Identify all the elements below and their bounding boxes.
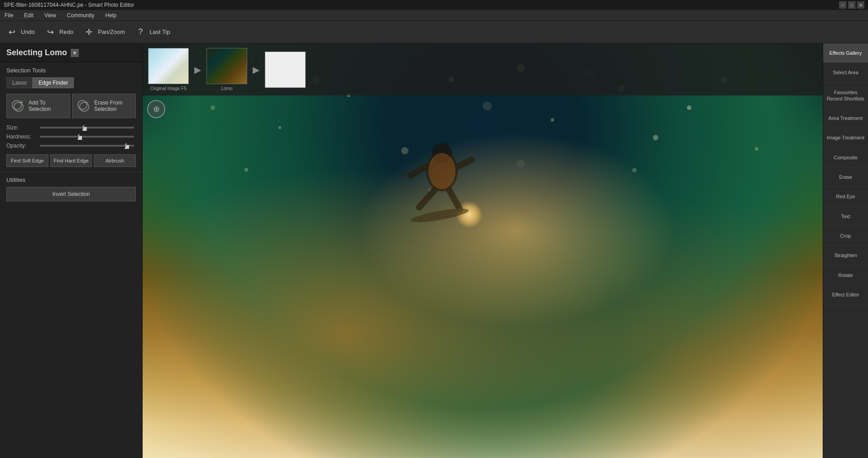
opacity-slider[interactable] — [40, 145, 134, 147]
find-soft-edge-button[interactable]: Find Soft Edge — [6, 154, 48, 167]
composite-button[interactable]: Composite — [823, 148, 868, 167]
size-thumb[interactable] — [82, 124, 87, 131]
airbrush-button[interactable]: Airbrush — [94, 154, 136, 167]
menu-view[interactable]: View — [43, 11, 58, 19]
original-thumb-img — [148, 48, 189, 84]
svg-point-13 — [428, 153, 456, 189]
crop-button[interactable]: Crop — [823, 226, 868, 246]
hardness-slider[interactable] — [40, 136, 134, 138]
tab-edge-finder[interactable]: Edge Finder — [33, 77, 74, 88]
add-to-selection-button[interactable]: + Add ToSelection — [6, 94, 70, 118]
panzoom-label: Pan/Zoom — [98, 29, 125, 35]
add-to-selection-label: Add ToSelection — [29, 100, 51, 112]
panzoom-icon: ✛ — [82, 26, 95, 38]
panel-title: Selecting Lomo — [6, 48, 67, 57]
tool-tabs: Lasso Edge Finder — [6, 77, 136, 88]
original-thumbnail[interactable]: Original Image F5 — [148, 48, 189, 91]
selection-buttons: + Add ToSelection − Erase FromSelection — [6, 94, 136, 118]
erase-button[interactable]: Erase — [823, 167, 868, 187]
size-slider[interactable] — [40, 127, 134, 129]
toolbar: ↩ Undo ↪ Redo ✛ Pan/Zoom ? Last Tip — [0, 21, 868, 43]
undo-label: Undo — [21, 29, 35, 35]
selection-tools-label: Selection Tools — [6, 67, 136, 74]
menu-help[interactable]: Help — [104, 11, 119, 19]
tab-lasso[interactable]: Lasso — [6, 77, 33, 88]
left-panel: Selecting Lomo ▼ Selection Tools Lasso E… — [0, 43, 143, 458]
panel-menu-button[interactable]: ▼ — [71, 49, 79, 57]
redo-label: Redo — [59, 29, 73, 35]
window-controls[interactable]: ─ □ ✕ — [839, 1, 864, 9]
lomo-thumb-label: Lomo — [221, 86, 232, 91]
straighten-button[interactable]: Straighten — [823, 246, 868, 265]
original-thumb-label: Original Image F5 — [150, 86, 186, 91]
size-slider-row: Size: — [6, 124, 136, 131]
area-treatment-button[interactable]: Area Treatment — [823, 109, 868, 128]
effect-editor-button[interactable]: Effect Editor — [823, 285, 868, 305]
photo-overlay — [143, 43, 823, 458]
redo-button[interactable]: ↪ Redo — [44, 26, 73, 38]
lomo-thumb-img — [206, 48, 247, 84]
panel-header: Selecting Lomo ▼ — [0, 43, 142, 62]
erase-from-selection-button[interactable]: − Erase FromSelection — [72, 94, 136, 118]
redo-icon: ↪ — [44, 26, 57, 38]
blank-thumbnail[interactable] — [265, 52, 306, 88]
invert-selection-button[interactable]: Invert Selection — [6, 187, 136, 201]
right-panel: Effects Gallery Select Area Favourites R… — [823, 43, 868, 458]
canvas-area[interactable]: Original Image F5 ▶ Lomo ▶ ⊕ — [143, 43, 823, 458]
favourites-recent-button[interactable]: Favourites Recent Shortlists — [823, 83, 868, 109]
opacity-thumb[interactable] — [125, 143, 129, 149]
image-thumbnails: Original Image F5 ▶ Lomo ▶ — [143, 43, 823, 95]
lasttip-icon: ? — [134, 26, 147, 38]
menu-edit[interactable]: Edit — [22, 11, 35, 19]
undo-icon: ↩ — [5, 26, 18, 38]
title-bar: SPE-filter-1608117044-AHNC.pe - Smart Ph… — [0, 0, 868, 10]
hardness-slider-row: Hardness: — [6, 134, 136, 140]
maximize-button[interactable]: □ — [848, 1, 855, 9]
close-button[interactable]: ✕ — [857, 1, 864, 9]
undo-button[interactable]: ↩ Undo — [5, 26, 35, 38]
svg-point-0 — [12, 100, 21, 110]
thumbnail-arrow: ▶ — [194, 64, 201, 75]
utilities-section: Utilities Invert Selection — [0, 172, 142, 206]
text-button[interactable]: Text — [823, 207, 868, 226]
image-treatment-button[interactable]: Image Treatment — [823, 128, 868, 148]
svg-point-3 — [78, 100, 87, 110]
svg-line-10 — [419, 189, 435, 207]
selection-tools-section: Selection Tools Lasso Edge Finder + — [0, 62, 142, 172]
utilities-label: Utilities — [6, 177, 136, 183]
thumbnail-arrow-2: ▶ — [253, 64, 259, 75]
menu-file[interactable]: File — [3, 11, 15, 19]
find-hard-edge-button[interactable]: Find Hard Edge — [50, 154, 92, 167]
erase-selection-icon: − — [76, 99, 91, 113]
main-photo — [143, 43, 823, 458]
add-selection-icon: + — [10, 99, 25, 113]
navigation-circle[interactable]: ⊕ — [147, 100, 165, 118]
window-title: SPE-filter-1608117044-AHNC.pe - Smart Ph… — [4, 2, 134, 8]
blank-thumb-img — [265, 52, 306, 88]
svg-line-11 — [449, 189, 460, 210]
opacity-slider-row: Opacity: — [6, 143, 136, 149]
opacity-label: Opacity: — [6, 143, 38, 149]
size-label: Size: — [6, 124, 38, 131]
svg-text:−: − — [86, 100, 89, 105]
main-area: Selecting Lomo ▼ Selection Tools Lasso E… — [0, 43, 868, 458]
minimize-button[interactable]: ─ — [839, 1, 846, 9]
lasttip-label: Last Tip — [149, 29, 170, 35]
select-area-button[interactable]: Select Area — [823, 63, 868, 82]
effects-gallery-button[interactable]: Effects Gallery — [823, 43, 868, 63]
hardness-label: Hardness: — [6, 134, 38, 140]
lasttip-button[interactable]: ? Last Tip — [134, 26, 170, 38]
menu-bar: File Edit View Community Help — [0, 10, 868, 21]
menu-community[interactable]: Community — [65, 11, 96, 19]
rotate-button[interactable]: Rotate — [823, 266, 868, 285]
panzoom-button[interactable]: ✛ Pan/Zoom — [82, 26, 125, 38]
svg-line-8 — [410, 167, 426, 176]
red-eye-button[interactable]: Red Eye — [823, 187, 868, 206]
edge-buttons: Find Soft Edge Find Hard Edge Airbrush — [6, 154, 136, 167]
hardness-thumb[interactable] — [77, 134, 82, 140]
svg-text:+: + — [20, 100, 23, 105]
lomo-thumbnail[interactable]: Lomo — [206, 48, 247, 91]
erase-from-selection-label: Erase FromSelection — [94, 100, 123, 112]
svg-line-9 — [458, 160, 471, 167]
